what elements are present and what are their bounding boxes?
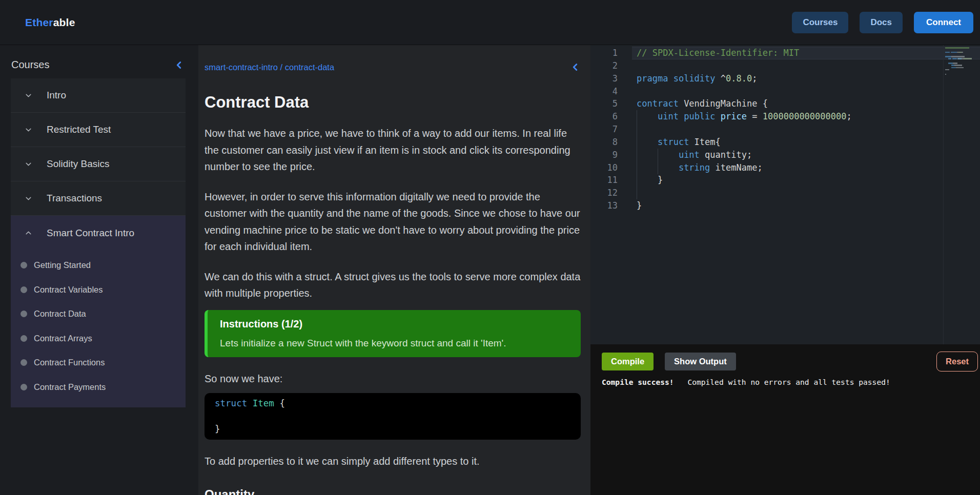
lesson-label: Contract Arrays <box>34 334 92 343</box>
sidebar: Courses Intro Restricted Test Solidity B… <box>0 45 198 495</box>
instructions-body: Lets initialize a new Struct with the ke… <box>220 337 568 350</box>
show-output-button[interactable]: Show Output <box>665 353 736 370</box>
lesson-header: smart-contract-intro / contract-data <box>205 60 581 74</box>
status-label: Compile success! <box>602 378 674 386</box>
sidebar-title: Courses <box>11 59 49 71</box>
sidebar-section-header[interactable]: Smart Contract Intro <box>11 216 186 250</box>
top-navbar: Etherable Courses Docs Connect <box>0 0 980 45</box>
bullet-icon <box>21 262 27 269</box>
sidebar-section-restricted-test[interactable]: Restricted Test <box>11 113 186 147</box>
lesson-snippet: struct Item { } <box>205 393 581 440</box>
connect-button[interactable]: Connect <box>914 12 973 33</box>
editor-code[interactable]: 1// SPDX-License-Identifier: MIT2 3pragm… <box>590 47 980 212</box>
course-accordion: Intro Restricted Test Solidity Basics Tr… <box>11 78 186 407</box>
page-body: Courses Intro Restricted Test Solidity B… <box>0 45 980 495</box>
logo[interactable]: Etherable <box>25 16 75 29</box>
instructions-box: Instructions (1/2) Lets initialize a new… <box>205 310 581 357</box>
header-nav: Courses Docs Connect <box>792 12 973 33</box>
lesson-paragraph: We can do this with a struct. A struct g… <box>205 269 581 302</box>
indent-guide <box>637 110 637 199</box>
workbench: 1// SPDX-License-Identifier: MIT2 3pragm… <box>590 45 980 495</box>
sidebar-collapse-icon[interactable] <box>173 59 185 71</box>
minimap[interactable] <box>945 47 972 76</box>
app: Etherable Courses Docs Connect Courses I… <box>0 0 980 495</box>
courses-button[interactable]: Courses <box>792 12 848 33</box>
logo-primary: Ether <box>25 16 53 28</box>
indent-guide <box>658 149 658 174</box>
sidebar-item-contract-arrays[interactable]: Contract Arrays <box>11 326 186 351</box>
sidebar-section-intro[interactable]: Intro <box>11 78 186 113</box>
bullet-icon <box>21 335 27 342</box>
section-label: Intro <box>47 90 66 101</box>
chevron-down-icon <box>24 91 33 100</box>
breadcrumb[interactable]: smart-contract-intro / contract-data <box>205 63 334 72</box>
sidebar-item-contract-payments[interactable]: Contract Payments <box>11 375 186 400</box>
lesson-label: Contract Variables <box>34 285 103 295</box>
lesson-paragraph: To add properties to it we can simply ad… <box>205 453 581 470</box>
section-heading: Quantity <box>205 487 581 495</box>
bullet-icon <box>21 384 27 390</box>
section-label: Restricted Test <box>47 124 111 135</box>
bullet-icon <box>21 286 27 293</box>
sidebar-section-transactions[interactable]: Transactions <box>11 181 186 216</box>
lesson-label: Contract Data <box>34 309 86 319</box>
chevron-down-icon <box>24 160 33 169</box>
reset-button[interactable]: Reset <box>936 352 978 372</box>
lesson-paragraph: So now we have: <box>205 370 581 387</box>
lesson-paragraph: Now that we have a price, we have to thi… <box>205 125 581 175</box>
logo-secondary: able <box>53 16 75 28</box>
lesson-list: Getting Started Contract Variables Contr… <box>11 250 186 407</box>
section-label: Solidity Basics <box>47 158 110 170</box>
sidebar-section-solidity-basics[interactable]: Solidity Basics <box>11 147 186 181</box>
docs-button[interactable]: Docs <box>860 12 903 33</box>
sidebar-item-contract-functions[interactable]: Contract Functions <box>11 350 186 375</box>
instructions-title: Instructions (1/2) <box>220 317 568 331</box>
lesson-label: Getting Started <box>34 260 91 270</box>
lesson-label: Contract Payments <box>34 382 106 392</box>
lesson-paragraph: However, in order to serve this informat… <box>205 189 581 255</box>
lesson-back-icon[interactable] <box>569 61 581 73</box>
code-editor[interactable]: 1// SPDX-License-Identifier: MIT2 3pragm… <box>590 45 980 344</box>
sidebar-section-smart-contract-intro: Smart Contract Intro Getting Started Con… <box>11 216 186 407</box>
bullet-icon <box>21 359 27 366</box>
section-label: Smart Contract Intro <box>47 228 134 239</box>
chevron-down-icon <box>24 126 33 134</box>
sidebar-item-contract-data[interactable]: Contract Data <box>11 302 186 326</box>
compile-button[interactable]: Compile <box>602 353 654 370</box>
status-message: Compiled with no errors and all tests pa… <box>687 378 890 386</box>
chevron-up-icon <box>24 229 33 237</box>
bullet-icon <box>21 311 27 317</box>
lesson-label: Contract Functions <box>34 358 105 367</box>
console-buttons: Compile Show Output <box>602 353 969 370</box>
console-panel: Compile Show Output Reset Compile succes… <box>590 344 980 495</box>
page-title: Contract Data <box>205 93 581 112</box>
status-line: Compile success! Compiled with no errors… <box>602 378 969 386</box>
chevron-down-icon <box>24 194 33 203</box>
lesson-panel: smart-contract-intro / contract-data Con… <box>198 45 590 495</box>
sidebar-item-contract-variables[interactable]: Contract Variables <box>11 278 186 302</box>
sidebar-header: Courses <box>0 45 198 78</box>
section-label: Transactions <box>47 193 102 204</box>
sidebar-item-getting-started[interactable]: Getting Started <box>11 253 186 278</box>
